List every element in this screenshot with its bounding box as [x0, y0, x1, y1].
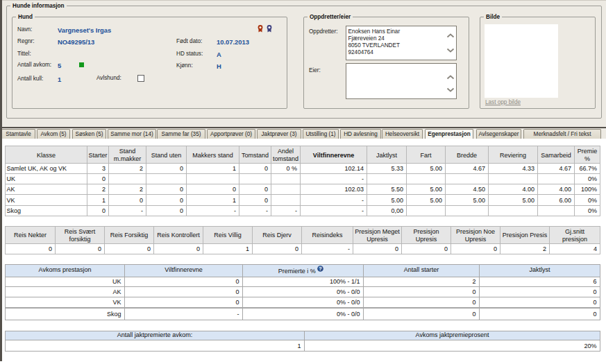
svg-text:?: ? — [319, 266, 322, 272]
